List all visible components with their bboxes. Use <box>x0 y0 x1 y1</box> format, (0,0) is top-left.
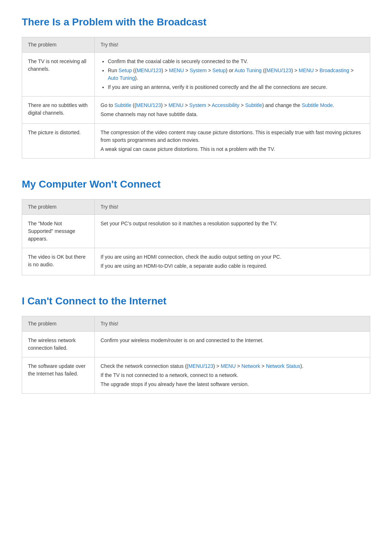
internet-try-2: Check the network connection status ((ME… <box>95 357 370 394</box>
link-menu123-3[interactable]: MENU/123 <box>136 102 161 108</box>
broadcast-try-2-p1: Go to Subtitle ((MENU/123) > MENU > Syst… <box>101 102 364 109</box>
computer-try-1: Set your PC's output resolution so it ma… <box>95 215 370 248</box>
link-system-2[interactable]: System <box>189 102 206 108</box>
computer-problem-1: The "Mode Not Supported" message appears… <box>22 215 95 248</box>
broadcast-col-problem: The problem <box>22 37 95 53</box>
link-menu123-inet[interactable]: MENU/123 <box>188 363 213 369</box>
broadcast-header-row: The problem Try this! <box>22 37 370 53</box>
broadcast-problem-1: The TV is not receiving all channels. <box>22 53 95 97</box>
internet-try-2-p2: If the TV is not connected to a network,… <box>101 372 364 379</box>
link-menu123-2[interactable]: MENU/123 <box>266 67 291 73</box>
internet-try-2-p1: Check the network connection status ((ME… <box>101 362 364 370</box>
link-autotuning-2[interactable]: Auto Tuning <box>108 75 135 81</box>
broadcast-col-try: Try this! <box>95 37 370 53</box>
link-setup[interactable]: Setup <box>119 67 132 73</box>
link-system-1[interactable]: System <box>190 67 207 73</box>
table-row: The wireless network connection failed. … <box>22 332 370 357</box>
internet-problem-1: The wireless network connection failed. <box>22 332 95 357</box>
broadcast-problem-3: The picture is distorted. <box>22 124 95 159</box>
broadcast-try-2-p2: Some channels may not have subtitle data… <box>101 111 364 118</box>
list-item: If you are using an antenna, verify it i… <box>108 83 364 91</box>
link-menu-2[interactable]: MENU <box>299 67 314 73</box>
table-row: The software update over the Internet ha… <box>22 357 370 394</box>
link-menu-1[interactable]: MENU <box>169 67 184 73</box>
computer-title: My Computer Won't Connect <box>22 177 370 192</box>
internet-col-problem: The problem <box>22 316 95 332</box>
broadcast-title: There Is a Problem with the Broadcast <box>22 15 370 30</box>
broadcast-try-3-p1: The compression of the video content may… <box>101 129 364 144</box>
internet-section: I Can't Connect to the Internet The prob… <box>22 294 370 394</box>
internet-problem-2: The software update over the Internet ha… <box>22 357 95 394</box>
link-accessibility[interactable]: Accessibility <box>212 102 239 108</box>
list-item: Confirm that the coaxial cable is secure… <box>108 58 364 65</box>
internet-header-row: The problem Try this! <box>22 316 370 332</box>
broadcast-try-3-p2: A weak signal can cause picture distorti… <box>101 145 364 153</box>
link-subtitle[interactable]: Subtitle <box>114 102 131 108</box>
internet-table: The problem Try this! The wireless netwo… <box>22 316 370 394</box>
link-broadcasting[interactable]: Broadcasting <box>319 67 349 73</box>
table-row: The picture is distorted. The compressio… <box>22 124 370 159</box>
internet-try-1: Confirm your wireless modem/router is on… <box>95 332 370 357</box>
link-network[interactable]: Network <box>241 363 260 369</box>
link-network-status[interactable]: Network Status <box>266 363 301 369</box>
list-item: Run Setup ((MENU/123) > MENU > System > … <box>108 67 364 82</box>
broadcast-try-2: Go to Subtitle ((MENU/123) > MENU > Syst… <box>95 97 370 124</box>
link-menu-3[interactable]: MENU <box>168 102 183 108</box>
computer-try-2-p1: If you are using an HDMI connection, che… <box>101 253 364 261</box>
computer-col-try: Try this! <box>95 200 370 215</box>
computer-try-2: If you are using an HDMI connection, che… <box>95 248 370 275</box>
computer-header-row: The problem Try this! <box>22 200 370 215</box>
link-subtitle-2[interactable]: Subtitle <box>245 102 262 108</box>
computer-col-problem: The problem <box>22 200 95 215</box>
internet-title: I Can't Connect to the Internet <box>22 294 370 309</box>
link-subtitle-mode[interactable]: Subtitle Mode <box>302 102 333 108</box>
internet-try-2-p3: The upgrade stops if you already have th… <box>101 381 364 388</box>
computer-try-1-p1: Set your PC's output resolution so it ma… <box>101 220 364 227</box>
broadcast-try-3: The compression of the video content may… <box>95 124 370 159</box>
computer-table: The problem Try this! The "Mode Not Supp… <box>22 199 370 275</box>
computer-section: My Computer Won't Connect The problem Tr… <box>22 177 370 275</box>
broadcast-table: The problem Try this! The TV is not rece… <box>22 37 370 159</box>
link-setup-2[interactable]: Setup <box>212 67 226 73</box>
table-row: The video is OK but there is no audio. I… <box>22 248 370 275</box>
internet-col-try: Try this! <box>95 316 370 332</box>
link-menu123-1[interactable]: MENU/123 <box>136 67 161 73</box>
broadcast-try-1: Confirm that the coaxial cable is secure… <box>95 53 370 97</box>
table-row: The "Mode Not Supported" message appears… <box>22 215 370 248</box>
computer-problem-2: The video is OK but there is no audio. <box>22 248 95 275</box>
internet-try-1-p1: Confirm your wireless modem/router is on… <box>101 337 364 344</box>
table-row: There are no subtitles with digital chan… <box>22 97 370 124</box>
table-row: The TV is not receiving all channels. Co… <box>22 53 370 97</box>
computer-try-2-p2: If you are using an HDMI-to-DVI cable, a… <box>101 262 364 270</box>
broadcast-problem-2: There are no subtitles with digital chan… <box>22 97 95 124</box>
broadcast-section: There Is a Problem with the Broadcast Th… <box>22 15 370 159</box>
link-menu-inet[interactable]: MENU <box>221 363 236 369</box>
link-autotuning[interactable]: Auto Tuning <box>234 67 262 73</box>
